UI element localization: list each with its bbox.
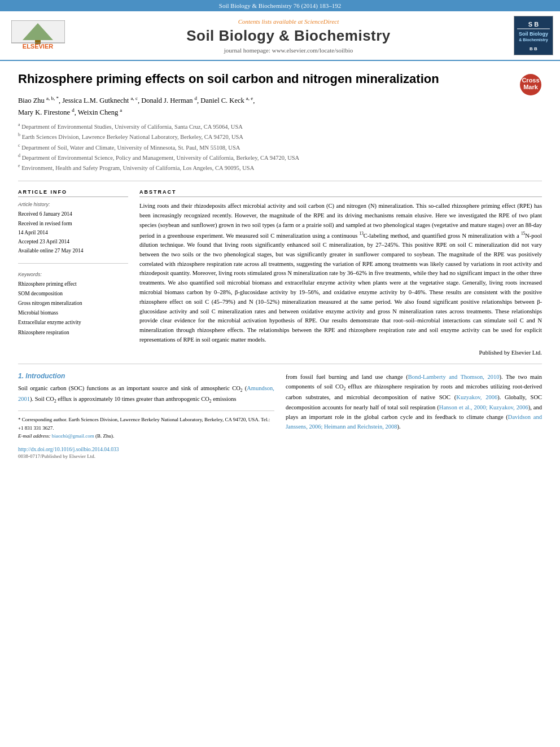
journal-header: ELSEVIER Contents lists available at Sci… [0,11,560,61]
abstract-label: ABSTRACT [139,189,542,197]
svg-text:S B: S B [528,21,539,28]
journal-reference-bar: Soil Biology & Biochemistry 76 (2014) 18… [0,0,560,11]
footnote-corresponding: * Corresponding author. Earth Sciences D… [18,416,274,432]
crossmark-badge: Cross Mark [519,73,542,98]
ref-hanson: Hanson et al., 2000; Kuzyakov, 2006 [439,404,528,410]
svg-text:B B: B B [530,46,537,51]
intro-left: 1. Introduction Soil organic carbon (SOC… [18,372,274,460]
journal-reference-text: Soil Biology & Biochemistry 76 (2014) 18… [219,2,341,9]
affil-e: e Environment, Health and Safety Program… [18,163,542,173]
keyword-2: SOM decomposition [18,289,128,299]
keyword-5: Extracellular enzyme activity [18,318,128,327]
abstract-text: Living roots and their rhizodeposits aff… [139,202,542,344]
affil-a: a Department of Environmental Studies, U… [18,121,542,132]
affiliations: a Department of Environmental Studies, U… [18,121,542,173]
authors-text: Biao Zhu a, b, *, Jessica L.M. Gutknecht… [18,97,255,116]
authors: Biao Zhu a, b, *, Jessica L.M. Gutknecht… [18,94,542,118]
history-label: Article history: [18,202,128,207]
affil-d: d Department of Environmental Science, P… [18,152,542,163]
svg-text:Mark: Mark [523,84,539,90]
keywords-list: Rhizosphere priming effect SOM decomposi… [18,279,128,338]
intro-left-text: Soil organic carbon (SOC) functions as a… [18,383,274,405]
received-date: Received 6 January 2014 [18,209,128,219]
body-divider [18,364,542,364]
affil-c: c Department of Soil, Water and Climate,… [18,142,542,152]
ref-davidson: Davidson and Janssens, 2006; Heimann and… [286,414,542,430]
journal-logo-right: S B Soil Biology & Biochemistry B B [508,16,553,55]
svg-text:Soil Biology: Soil Biology [519,31,548,37]
journal-center-info: Contents lists available at ScienceDirec… [69,18,508,54]
ref-bond-lamberty: Bond-Lamberty and Thomson, 2010 [408,374,500,380]
issn-line: 0038-0717/Published by Elsevier Ltd. [18,453,274,459]
journal-logo-image: S B Soil Biology & Biochemistry B B [514,16,553,55]
received-revised-label: Received in revised form [18,219,128,228]
doi-link: http://dx.doi.org/10.1016/j.soilbio.2014… [18,447,119,452]
article-info-label: ARTICLE INFO [18,189,128,197]
elsevier-svg-logo: ELSEVIER [11,20,65,51]
article-info-col: ARTICLE INFO Article history: Received 6… [18,189,128,355]
homepage-line: journal homepage: www.elsevier.com/locat… [69,47,508,54]
sciencedirect-name: ScienceDirect [304,18,339,25]
svg-text:& Biochemistry: & Biochemistry [519,38,548,42]
keyword-4: Microbial biomass [18,308,128,318]
header-divider [18,181,542,181]
footnote-section: * Corresponding author. Earth Sciences D… [18,410,274,459]
article-info-abstract: ARTICLE INFO Article history: Received 6… [18,189,542,355]
published-by: Published by Elsevier Ltd. [139,350,542,356]
affil-b: b Earth Sciences Division, Lawrence Berk… [18,132,542,142]
accepted-date: Accepted 23 April 2014 [18,237,128,246]
contents-label: Contents lists available at [238,18,303,25]
svg-text:ELSEVIER: ELSEVIER [22,43,53,50]
keywords-label: Keywords: [18,272,128,277]
article-container: Cross Mark Rhizosphere priming effects o… [0,61,560,469]
ref-amundson: Amundson, 2001 [18,385,274,402]
available-date: Available online 27 May 2014 [18,246,128,255]
journal-title: Soil Biology & Biochemistry [69,27,508,45]
keyword-1: Rhizosphere priming effect [18,279,128,289]
keyword-6: Rhizosphere respiration [18,328,128,338]
footnote-email: E-mail address: biaozhù@gmail.com (B. Zh… [18,432,274,440]
email-link: biaozhù@gmail.com [52,433,94,439]
intro-heading: 1. Introduction [18,372,274,380]
intro-right-text: from fossil fuel burning and land use ch… [286,372,542,432]
intro-right: from fossil fuel burning and land use ch… [286,372,542,460]
article-title: Rhizosphere priming effects on soil carb… [18,71,542,88]
sciencedirect-line: Contents lists available at ScienceDirec… [69,18,508,25]
introduction-section: 1. Introduction Soil organic carbon (SOC… [18,372,542,460]
abstract-col: ABSTRACT Living roots and their rhizodep… [139,189,542,355]
ref-kuzyakov-2006: Kuzyakov, 2006 [456,394,497,400]
history-rows: Received 6 January 2014 Received in revi… [18,209,128,255]
svg-text:Cross: Cross [522,77,539,84]
info-divider [18,263,128,264]
elsevier-logo: ELSEVIER [7,20,69,51]
doi-section: http://dx.doi.org/10.1016/j.soilbio.2014… [18,443,274,453]
keyword-3: Gross nitrogen mineralization [18,299,128,308]
received-revised-date: 14 April 2014 [18,228,128,237]
